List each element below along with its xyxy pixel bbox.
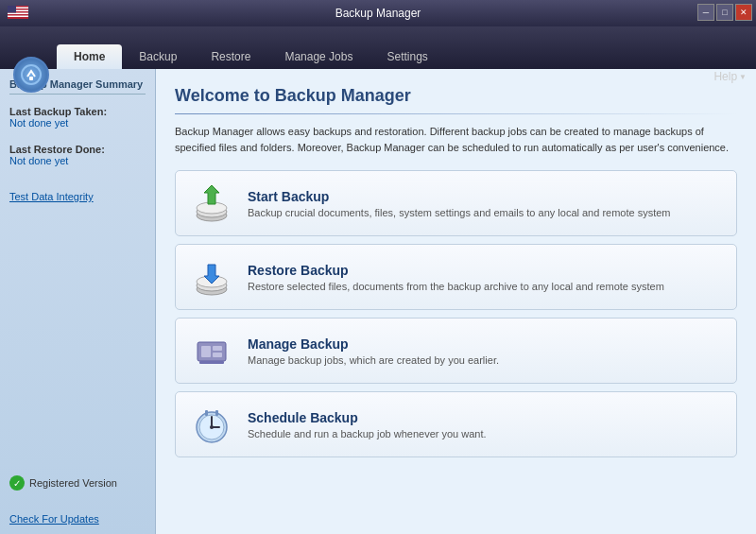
restore-icon xyxy=(189,254,234,300)
svg-rect-7 xyxy=(29,77,33,80)
svg-point-23 xyxy=(210,425,214,429)
manage-backup-card[interactable]: Manage Backup Manage backup jobs, which … xyxy=(175,318,737,384)
schedule-icon xyxy=(189,402,234,447)
nav-bar: Home Backup Restore Manage Jobs Settings… xyxy=(0,26,756,69)
window-title: Backup Manager xyxy=(335,7,421,20)
registered-section: ✓ Registered Version xyxy=(9,475,146,491)
backup-icon xyxy=(189,181,234,226)
start-backup-text: Start Backup Backup crucial documents, f… xyxy=(248,189,671,218)
tab-restore[interactable]: Restore xyxy=(194,44,267,69)
svg-rect-5 xyxy=(8,6,16,13)
restore-backup-text: Restore Backup Restore selected files, d… xyxy=(248,263,664,292)
welcome-divider xyxy=(175,113,737,114)
minimize-button[interactable]: ─ xyxy=(697,4,714,21)
svg-rect-3 xyxy=(8,13,28,15)
close-button[interactable]: ✕ xyxy=(735,4,752,21)
svg-rect-16 xyxy=(213,346,222,351)
tab-backup[interactable]: Backup xyxy=(122,44,194,69)
tab-manage-jobs[interactable]: Manage Jobs xyxy=(267,44,369,69)
last-restore-section: Last Restore Done: Not done yet xyxy=(9,144,146,166)
app-logo xyxy=(8,53,55,95)
svg-rect-25 xyxy=(215,410,218,416)
svg-rect-17 xyxy=(213,353,222,357)
tab-home[interactable]: Home xyxy=(57,44,122,69)
last-restore-label: Last Restore Done: xyxy=(9,144,146,155)
title-bar: Backup Manager ─ □ ✕ xyxy=(0,0,756,26)
last-backup-label: Last Backup Taken: xyxy=(9,106,146,117)
help-button[interactable]: Help ▼ xyxy=(713,70,747,83)
svg-rect-24 xyxy=(205,410,208,416)
restore-backup-card[interactable]: Restore Backup Restore selected files, d… xyxy=(175,244,737,310)
sidebar: Backup Manager Summary Last Backup Taken… xyxy=(0,69,156,534)
window-controls: ─ □ ✕ xyxy=(697,4,752,21)
welcome-title: Welcome to Backup Manager xyxy=(175,86,737,106)
chevron-down-icon: ▼ xyxy=(739,73,747,81)
registered-label: Registered Version xyxy=(29,477,117,489)
restore-backup-desc: Restore selected files, documents from t… xyxy=(248,281,664,292)
flag-icon xyxy=(8,6,28,19)
logo-icon xyxy=(13,57,49,93)
manage-icon xyxy=(189,328,234,373)
test-data-integrity-link[interactable]: Test Data Integrity xyxy=(9,191,146,202)
restore-backup-title: Restore Backup xyxy=(248,263,664,278)
svg-rect-4 xyxy=(8,16,28,18)
tab-settings[interactable]: Settings xyxy=(369,44,444,69)
start-backup-card[interactable]: Start Backup Backup crucial documents, f… xyxy=(175,170,737,236)
manage-backup-text: Manage Backup Manage backup jobs, which … xyxy=(248,336,499,366)
svg-rect-15 xyxy=(201,346,211,357)
manage-backup-desc: Manage backup jobs, which are created by… xyxy=(248,354,499,366)
maximize-button[interactable]: □ xyxy=(716,4,733,21)
schedule-backup-card[interactable]: Schedule Backup Schedule and run a backu… xyxy=(175,391,737,457)
start-backup-title: Start Backup xyxy=(248,189,671,204)
start-backup-desc: Backup crucial documents, files, system … xyxy=(248,207,671,218)
main-content: Backup Manager Summary Last Backup Taken… xyxy=(0,69,756,534)
nav-tabs: Home Backup Restore Manage Jobs Settings xyxy=(57,44,445,69)
schedule-backup-title: Schedule Backup xyxy=(248,410,487,425)
schedule-backup-text: Schedule Backup Schedule and run a backu… xyxy=(248,410,487,439)
welcome-description: Backup Manager allows easy backups and r… xyxy=(175,124,737,155)
schedule-backup-desc: Schedule and run a backup job whenever y… xyxy=(248,428,487,439)
last-backup-value: Not done yet xyxy=(9,117,146,129)
last-backup-section: Last Backup Taken: Not done yet xyxy=(9,106,146,129)
right-content: Welcome to Backup Manager Backup Manager… xyxy=(156,69,756,534)
svg-point-6 xyxy=(22,65,41,84)
manage-backup-title: Manage Backup xyxy=(248,336,499,352)
last-restore-value: Not done yet xyxy=(9,155,146,166)
svg-rect-18 xyxy=(199,361,224,364)
check-updates-link[interactable]: Check For Updates xyxy=(9,513,146,525)
registered-check-icon: ✓ xyxy=(9,475,25,491)
